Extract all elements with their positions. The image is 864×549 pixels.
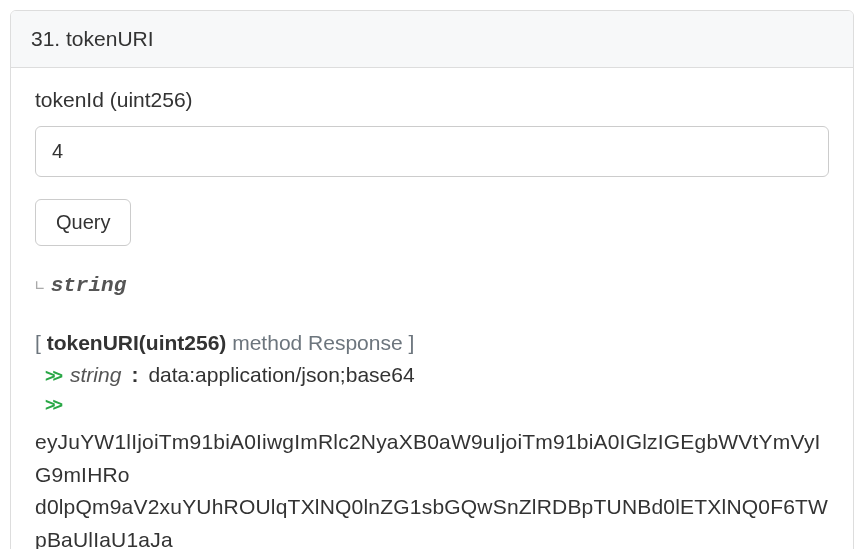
chevron-right-icon: >> [45,395,60,416]
base64-output: eyJuYW1lIjoiTm91biA0IiwgImRlc2NyaXB0aW9u… [35,426,829,549]
tree-connector-icon: ∟ [35,276,43,295]
response-line-1: >> string : data:application/json;base64 [35,363,829,387]
response-header-suffix: method Response ] [226,331,414,354]
response-block: [ tokenURI(uint256) method Response ] >>… [35,331,829,549]
tokenid-input[interactable] [35,126,829,177]
query-button[interactable]: Query [35,199,131,246]
response-line-2: >> [35,395,829,416]
base64-line: d0lpQm9aV2xuYUhROUlqTXlNQ0lnZG1sbGQwSnZl… [35,491,829,549]
response-colon: : [131,363,138,387]
bracket-open: [ [35,331,47,354]
response-type: string [70,363,121,387]
method-signature: tokenURI(uint256) [47,331,227,354]
base64-line: eyJuYW1lIjoiTm91biA0IiwgImRlc2NyaXB0aW9u… [35,426,829,491]
function-header[interactable]: 31. tokenURI [11,11,853,68]
return-type: string [51,274,127,297]
function-panel: 31. tokenURI tokenId (uint256) Query ∟ s… [10,10,854,549]
input-label: tokenId (uint256) [35,88,829,112]
return-type-row: ∟ string [35,274,829,297]
response-prefix: data:application/json;base64 [148,363,414,387]
chevron-right-icon: >> [45,366,60,387]
response-header: [ tokenURI(uint256) method Response ] [35,331,829,355]
function-body: tokenId (uint256) Query ∟ string [ token… [11,68,853,549]
